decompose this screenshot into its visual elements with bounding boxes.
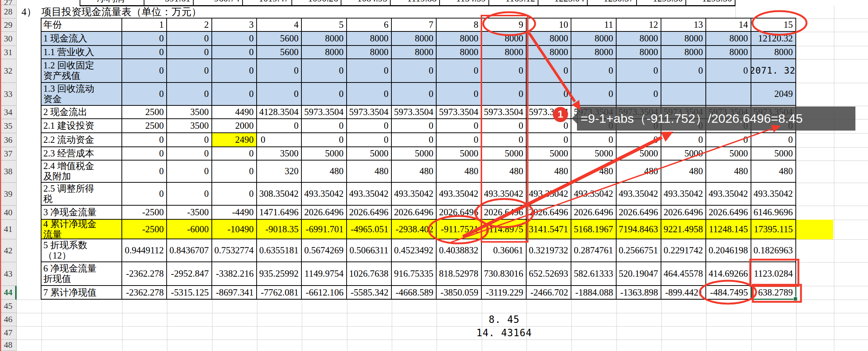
cell-r30-c1[interactable]: 0 — [122, 32, 167, 46]
cell-r32-c2[interactable]: 0 — [167, 59, 212, 83]
cell-r37-c9[interactable]: 5000 — [482, 147, 527, 161]
cell-r37-c10[interactable]: 5000 — [527, 147, 571, 161]
cell-r36-c13[interactable]: 0 — [661, 133, 706, 147]
cell-r40-c14[interactable]: 2026.6496 — [706, 206, 751, 220]
row-label-34[interactable]: 2 现金流出 — [41, 106, 122, 119]
cell-r41-c9[interactable]: 1114.8975 — [482, 220, 527, 239]
cell-r30-c11[interactable]: 8000 — [571, 32, 616, 46]
cell-r40-c1[interactable]: -2500 — [122, 206, 167, 220]
cell-r30-c3[interactable]: 0 — [212, 32, 257, 46]
header-year-2[interactable]: 2 — [167, 18, 212, 32]
cell-r37-c3[interactable]: 0 — [212, 147, 257, 161]
header-year-1[interactable]: 1 — [122, 18, 167, 32]
header-year-9[interactable]: 9 — [482, 18, 527, 32]
cell-r42-c12[interactable]: 0.2566751 — [617, 239, 661, 262]
cell-r36-c7[interactable]: 0 — [392, 133, 437, 147]
row-number-44[interactable]: 44 — [0, 286, 17, 300]
row-number-41[interactable]: 41 — [0, 220, 17, 239]
row-number-46[interactable]: 46 — [0, 313, 17, 326]
cell-r38-c9[interactable]: 480 — [482, 161, 527, 183]
cell-r35-c8[interactable]: 0 — [437, 119, 481, 133]
row-number-31[interactable]: 31 — [0, 46, 17, 59]
cell-r30-c2[interactable]: 0 — [167, 32, 212, 46]
cell-r40-c2[interactable]: -3500 — [167, 206, 212, 220]
cell-r33-c3[interactable]: 0 — [212, 83, 257, 106]
row-number-38[interactable]: 38 — [0, 161, 17, 183]
cell-r38-c11[interactable]: 480 — [571, 161, 616, 183]
cell-r34-c4[interactable]: 4128.3504 — [257, 106, 302, 119]
cell-r41-c5[interactable]: -6991.701 — [302, 220, 347, 239]
cell-r34-c8[interactable]: 5973.3504 — [437, 106, 481, 119]
cell-r42-c6[interactable]: 0.5066311 — [347, 239, 392, 262]
row-number-28[interactable]: 28 — [0, 5, 17, 18]
row-label-44[interactable]: 7 累计净现值 — [41, 286, 122, 300]
cell-r39-c4[interactable]: 308.35042 — [257, 183, 302, 206]
cell-r30-c14[interactable]: 8000 — [706, 32, 751, 46]
cell-r35-c5[interactable]: 0 — [302, 119, 347, 133]
row-label-30[interactable]: 1 现金流入 — [41, 32, 122, 46]
cell-r31-c4[interactable]: 5600 — [257, 46, 302, 59]
row-label-39[interactable]: 2.5 调整所得 税 — [41, 183, 122, 206]
header-year-7[interactable]: 7 — [392, 18, 437, 32]
cell-r41-c1[interactable]: -2500 — [122, 220, 167, 239]
cell-r31-c12[interactable]: 8000 — [617, 46, 661, 59]
cell-r31-c3[interactable]: 0 — [212, 46, 257, 59]
cell-r33-c7[interactable]: 0 — [392, 83, 437, 106]
row-number-30[interactable]: 30 — [0, 32, 17, 46]
cell-r32-c11[interactable]: 0 — [571, 59, 616, 83]
row-number-33[interactable]: 33 — [0, 83, 17, 106]
cell-r32-c8[interactable]: 0 — [437, 59, 481, 83]
cell-r42-c7[interactable]: 0.4523492 — [392, 239, 437, 262]
cell-r30-c4[interactable]: 5600 — [257, 32, 302, 46]
cell-r30-c8[interactable]: 8000 — [437, 32, 481, 46]
cell-r34-c9[interactable]: 5973.3504 — [482, 106, 527, 119]
row-label-42[interactable]: 5 折现系数 （12） — [41, 239, 122, 262]
cell-r36-c14[interactable]: 0 — [706, 133, 751, 147]
cell-r30-c10[interactable]: 8000 — [527, 32, 571, 46]
row-number-32[interactable]: 32 — [0, 59, 17, 83]
cell-r39-c1[interactable]: 0 — [122, 183, 167, 206]
cell-r39-c7[interactable]: 493.35042 — [392, 183, 437, 206]
row-number-45[interactable]: 45 — [0, 300, 17, 313]
cell-r33-c13[interactable] — [661, 83, 706, 106]
row-label-41[interactable]: 4 累计净现金 流量 — [41, 220, 122, 239]
row-number-48[interactable]: 48 — [0, 340, 17, 351]
cell-r38-c4[interactable]: 320 — [257, 161, 302, 183]
cell-r33-c4[interactable]: 0 — [257, 83, 302, 106]
cell-r43-c2[interactable]: -2952.847 — [167, 262, 212, 286]
cell-r41-c8[interactable]: -911.7521 — [437, 220, 481, 239]
header-year-10[interactable]: 10 — [527, 18, 571, 32]
row-label-43[interactable]: 6 净现金流量 折现值 — [41, 262, 122, 286]
cell-r40-c7[interactable]: 2026.6496 — [392, 206, 437, 220]
row-label-32[interactable]: 1.2 回收固定 资产残值 — [41, 59, 122, 83]
header-year-3[interactable]: 3 — [212, 18, 257, 32]
cell-r38-c10[interactable]: 480 — [527, 161, 571, 183]
cell-r43-c11[interactable]: 582.61333 — [571, 262, 616, 286]
cell-r42-c11[interactable]: 0.2874761 — [571, 239, 616, 262]
cell-r32-c15[interactable]: 2071. 32 — [751, 59, 796, 83]
cell-row46-payback-value[interactable]: 8. 45 — [482, 313, 527, 326]
cell-r38-c8[interactable]: 480 — [437, 161, 481, 183]
cell-r44-c6[interactable]: -5585.342 — [347, 286, 392, 300]
cell-r43-c6[interactable]: 1026.7638 — [347, 262, 392, 286]
cell-r30-c6[interactable]: 8000 — [347, 32, 392, 46]
cell-r31-c2[interactable]: 0 — [167, 46, 212, 59]
cell-r34-c7[interactable]: 5973.3504 — [392, 106, 437, 119]
cell-r37-c8[interactable]: 5000 — [437, 147, 481, 161]
header-year-label[interactable]: 年份 — [41, 18, 122, 32]
cell-r34-c6[interactable]: 5973.3504 — [347, 106, 392, 119]
cell-r34-c5[interactable]: 5973.3504 — [302, 106, 347, 119]
cell-r31-c10[interactable]: 8000 — [527, 46, 571, 59]
cell-r32-c1[interactable]: 0 — [122, 59, 167, 83]
cell-r30-c15[interactable]: 12120.32 — [751, 32, 796, 46]
cell-r41-c3[interactable]: -10490 — [212, 220, 257, 239]
cell-r44-c12[interactable]: -1363.898 — [617, 286, 661, 300]
cell-r30-c13[interactable]: 8000 — [661, 32, 706, 46]
row-number-39[interactable]: 39 — [0, 183, 17, 206]
cell-r44-c15[interactable]: 638.2789 — [751, 286, 796, 300]
row-number-43[interactable]: 43 — [0, 262, 17, 286]
cell-r31-c1[interactable]: 0 — [122, 46, 167, 59]
cell-r37-c1[interactable]: 0 — [122, 147, 167, 161]
cell-r31-c11[interactable]: 8000 — [571, 46, 616, 59]
cell-r38-c12[interactable]: 480 — [617, 161, 661, 183]
